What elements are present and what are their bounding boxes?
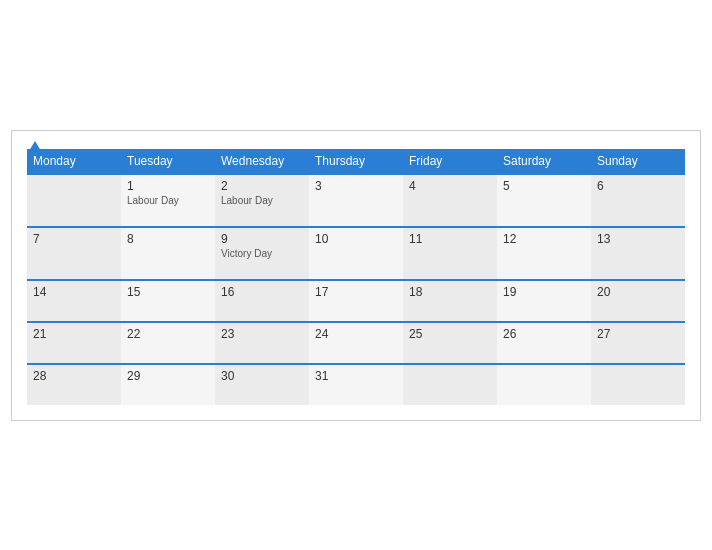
calendar-cell: 18 <box>403 280 497 322</box>
calendar-cell: 31 <box>309 364 403 405</box>
calendar-cell: 14 <box>27 280 121 322</box>
calendar-cell <box>497 364 591 405</box>
day-number: 31 <box>315 369 397 383</box>
day-number: 28 <box>33 369 115 383</box>
weekday-header-sunday: Sunday <box>591 149 685 174</box>
day-number: 15 <box>127 285 209 299</box>
day-number: 9 <box>221 232 303 246</box>
day-number: 23 <box>221 327 303 341</box>
day-number: 6 <box>597 179 679 193</box>
logo-triangle-icon <box>29 141 41 151</box>
holiday-name: Victory Day <box>221 248 303 259</box>
day-number: 18 <box>409 285 491 299</box>
day-number: 1 <box>127 179 209 193</box>
day-number: 17 <box>315 285 397 299</box>
day-number: 8 <box>127 232 209 246</box>
calendar-cell: 6 <box>591 174 685 227</box>
day-number: 11 <box>409 232 491 246</box>
day-number: 22 <box>127 327 209 341</box>
calendar-cell: 22 <box>121 322 215 364</box>
calendar-cell: 10 <box>309 227 403 280</box>
weekday-header-wednesday: Wednesday <box>215 149 309 174</box>
day-number: 13 <box>597 232 679 246</box>
calendar-cell: 30 <box>215 364 309 405</box>
calendar-cell: 29 <box>121 364 215 405</box>
logo-blue-text <box>27 141 41 151</box>
day-number: 20 <box>597 285 679 299</box>
calendar-cell: 16 <box>215 280 309 322</box>
calendar-cell <box>27 174 121 227</box>
day-number: 3 <box>315 179 397 193</box>
calendar-cell: 28 <box>27 364 121 405</box>
day-number: 21 <box>33 327 115 341</box>
calendar-cell: 23 <box>215 322 309 364</box>
calendar-cell: 1Labour Day <box>121 174 215 227</box>
calendar-cell: 11 <box>403 227 497 280</box>
calendar-container: MondayTuesdayWednesdayThursdayFridaySatu… <box>11 130 701 421</box>
calendar-cell: 27 <box>591 322 685 364</box>
week-row-3: 14151617181920 <box>27 280 685 322</box>
calendar-thead: MondayTuesdayWednesdayThursdayFridaySatu… <box>27 149 685 174</box>
day-number: 29 <box>127 369 209 383</box>
weekday-header-monday: Monday <box>27 149 121 174</box>
calendar-cell: 24 <box>309 322 403 364</box>
week-row-4: 21222324252627 <box>27 322 685 364</box>
calendar-table: MondayTuesdayWednesdayThursdayFridaySatu… <box>27 149 685 405</box>
weekday-header-row: MondayTuesdayWednesdayThursdayFridaySatu… <box>27 149 685 174</box>
day-number: 2 <box>221 179 303 193</box>
holiday-name: Labour Day <box>221 195 303 206</box>
day-number: 5 <box>503 179 585 193</box>
calendar-cell: 2Labour Day <box>215 174 309 227</box>
calendar-cell: 3 <box>309 174 403 227</box>
logo <box>27 141 41 151</box>
day-number: 10 <box>315 232 397 246</box>
day-number: 25 <box>409 327 491 341</box>
day-number: 14 <box>33 285 115 299</box>
calendar-cell: 15 <box>121 280 215 322</box>
day-number: 27 <box>597 327 679 341</box>
day-number: 16 <box>221 285 303 299</box>
day-number: 19 <box>503 285 585 299</box>
calendar-cell: 9Victory Day <box>215 227 309 280</box>
week-row-5: 28293031 <box>27 364 685 405</box>
day-number: 26 <box>503 327 585 341</box>
calendar-cell: 21 <box>27 322 121 364</box>
calendar-cell: 7 <box>27 227 121 280</box>
day-number: 7 <box>33 232 115 246</box>
weekday-header-saturday: Saturday <box>497 149 591 174</box>
day-number: 12 <box>503 232 585 246</box>
calendar-cell: 5 <box>497 174 591 227</box>
calendar-cell <box>403 364 497 405</box>
day-number: 30 <box>221 369 303 383</box>
weekday-header-thursday: Thursday <box>309 149 403 174</box>
day-number: 4 <box>409 179 491 193</box>
calendar-cell: 17 <box>309 280 403 322</box>
calendar-cell: 25 <box>403 322 497 364</box>
calendar-cell: 4 <box>403 174 497 227</box>
calendar-cell: 19 <box>497 280 591 322</box>
calendar-cell: 8 <box>121 227 215 280</box>
weekday-header-friday: Friday <box>403 149 497 174</box>
calendar-cell <box>591 364 685 405</box>
calendar-cell: 13 <box>591 227 685 280</box>
weekday-header-tuesday: Tuesday <box>121 149 215 174</box>
calendar-cell: 12 <box>497 227 591 280</box>
day-number: 24 <box>315 327 397 341</box>
calendar-cell: 20 <box>591 280 685 322</box>
week-row-1: 1Labour Day2Labour Day3456 <box>27 174 685 227</box>
week-row-2: 789Victory Day10111213 <box>27 227 685 280</box>
calendar-cell: 26 <box>497 322 591 364</box>
calendar-tbody: 1Labour Day2Labour Day3456789Victory Day… <box>27 174 685 405</box>
holiday-name: Labour Day <box>127 195 209 206</box>
